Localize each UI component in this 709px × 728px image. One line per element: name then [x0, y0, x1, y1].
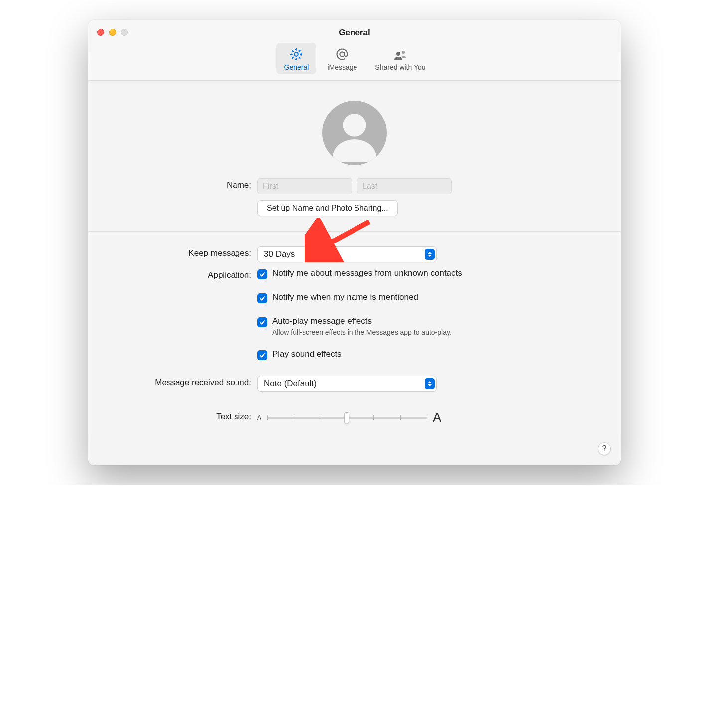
checkbox-label: Play sound effects — [272, 349, 342, 359]
text-size-max-label: A — [433, 410, 441, 425]
traffic-lights — [97, 29, 128, 36]
tab-shared-with-you[interactable]: Shared with You — [368, 43, 432, 74]
keep-messages-label: Keep messages: — [108, 246, 257, 258]
svg-point-4 — [402, 51, 405, 54]
titlebar: General General — [88, 20, 621, 81]
notify-mention-checkbox[interactable] — [257, 293, 267, 303]
text-size-min-label: A — [257, 414, 261, 421]
checkbox-label: Auto-play message effects — [272, 316, 452, 326]
svg-point-3 — [396, 52, 400, 56]
tab-label: iMessage — [327, 63, 357, 71]
keep-messages-select[interactable]: 30 Days — [257, 246, 437, 262]
received-sound-select[interactable]: Note (Default) — [257, 376, 437, 392]
text-size-slider[interactable] — [267, 413, 427, 423]
play-sound-checkbox[interactable] — [257, 350, 267, 360]
slider-thumb[interactable] — [344, 412, 349, 423]
svg-point-2 — [340, 52, 345, 56]
svg-point-0 — [295, 52, 298, 56]
tab-imessage[interactable]: iMessage — [320, 43, 364, 74]
checkbox-label: Notify me when my name is mentioned — [272, 292, 418, 302]
sound-label: Message received sound: — [108, 376, 257, 388]
help-button[interactable]: ? — [598, 442, 611, 455]
people-icon — [392, 47, 408, 62]
minimize-window-button[interactable] — [109, 29, 116, 36]
text-size-label: Text size: — [108, 410, 257, 422]
preferences-window: General General — [88, 20, 621, 465]
maximize-window-button[interactable] — [121, 29, 128, 36]
profile-avatar[interactable] — [322, 101, 387, 165]
toolbar-tabs: General iMessage — [88, 43, 621, 74]
setup-name-photo-button[interactable]: Set up Name and Photo Sharing... — [257, 200, 398, 216]
first-name-input[interactable] — [257, 178, 352, 194]
divider — [88, 231, 621, 232]
last-name-input[interactable] — [357, 178, 452, 194]
autoplay-effects-checkbox[interactable] — [257, 317, 267, 327]
close-window-button[interactable] — [97, 29, 104, 36]
notify-unknown-checkbox[interactable] — [257, 269, 267, 279]
content-area: Name: Set up Name and Photo Sharing... — [88, 81, 621, 465]
gear-icon — [289, 47, 303, 62]
application-label: Application: — [108, 268, 257, 280]
window-title: General — [88, 20, 621, 38]
at-icon — [335, 47, 349, 62]
svg-point-5 — [343, 114, 366, 137]
tab-general[interactable]: General — [276, 43, 316, 74]
svg-point-1 — [292, 49, 302, 59]
checkbox-label: Notify me about messages from unknown co… — [272, 268, 462, 278]
checkbox-sublabel: Allow full-screen effects in the Message… — [272, 328, 452, 336]
name-label: Name: — [108, 178, 257, 190]
tab-label: Shared with You — [375, 63, 425, 71]
tab-label: General — [284, 63, 309, 71]
